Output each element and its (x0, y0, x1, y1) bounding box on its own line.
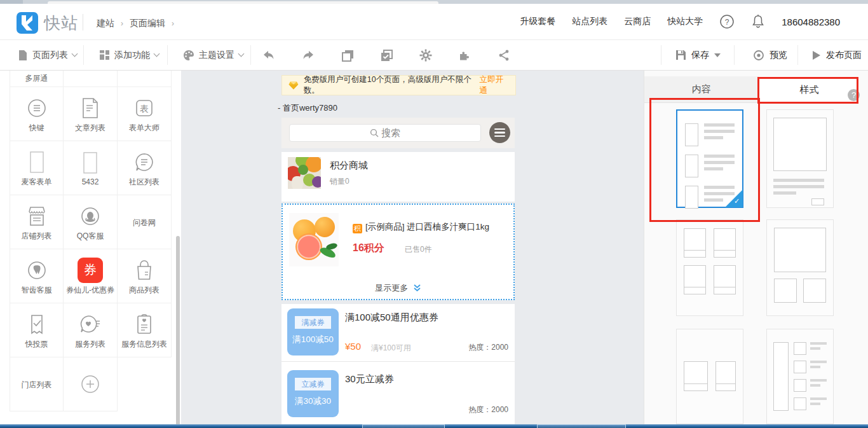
sidebar-item-service-info-list[interactable]: 服务信息列表 (118, 303, 172, 357)
undo-icon (262, 50, 275, 61)
coupon-condition: 满¥100可用 (371, 343, 411, 354)
current-page-label[interactable]: - 首页werty7890 (278, 102, 337, 114)
sidebar-item-form-master[interactable]: 表 表单大师 (118, 87, 172, 141)
publish-label: 发布页面 (826, 50, 862, 61)
sidebar-item-article-list[interactable]: 文章列表 (64, 87, 118, 141)
breadcrumb-sep-icon: › (121, 19, 123, 28)
kuaizhan-logo[interactable]: 快站 (16, 11, 78, 34)
nav-site-list[interactable]: 站点列表 (572, 16, 607, 27)
banner-text: 免费版用户可创建10个页面，高级版用户不限个数。 (304, 74, 475, 96)
preview-button[interactable]: 预览 (753, 40, 787, 70)
save-button[interactable]: 保存 (675, 40, 721, 70)
nav-cloud-store[interactable]: 云商店 (624, 16, 651, 27)
coupon-price: ¥50 (345, 341, 361, 352)
copy-button[interactable] (341, 48, 355, 62)
account-phone-number[interactable]: 18604882380 (782, 17, 840, 27)
form-box-icon: 表 (132, 95, 156, 121)
chevron-down-icon (238, 51, 245, 57)
help-icon[interactable]: ? (719, 14, 735, 29)
tab-style[interactable]: 样式 (759, 76, 860, 103)
style-template-tall-left-list[interactable] (766, 329, 834, 424)
coupon-title: 30元立减券 (345, 373, 394, 385)
save-floppy-icon (675, 50, 686, 60)
nav-academy[interactable]: 快站大学 (667, 16, 703, 27)
style-template-big-image[interactable] (766, 109, 834, 208)
puzzle-icon (458, 49, 471, 62)
paste-button[interactable] (379, 48, 393, 62)
theme-settings-dropdown[interactable]: 主题设置 (177, 50, 250, 61)
points-badge: 积 (353, 224, 362, 233)
sidebar-item-wenjuan[interactable]: 问卷网 (118, 195, 172, 249)
bubble-lines-icon (132, 149, 156, 176)
sidebar-item-community-list[interactable]: 社区列表 (118, 141, 172, 195)
logo-text: 快站 (44, 12, 78, 34)
clipboard-heart-icon (133, 311, 156, 338)
preview-store-widget[interactable]: 积分商城 销量0 (281, 152, 515, 202)
sidebar-item-shop-list[interactable]: 店铺列表 (10, 195, 64, 249)
storefront-icon (24, 203, 50, 230)
add-feature-label: 添加功能 (114, 50, 150, 61)
panel-help-icon[interactable]: ? (848, 89, 860, 101)
menu-button[interactable] (489, 122, 510, 143)
product-title: [示例商品] 进口西柚多汁爽口1kg (365, 222, 489, 231)
chevron-down-icon (154, 51, 160, 57)
sidebar-item-add-widget[interactable] (64, 357, 118, 411)
product-image (289, 213, 339, 266)
breadcrumb-page-edit[interactable]: 页面编辑 (130, 18, 165, 29)
style-template-two-cards[interactable] (676, 329, 743, 424)
page-list-dropdown[interactable]: 页面列表 (11, 50, 83, 61)
penguin-icon (78, 203, 102, 230)
coupon-title: 满100减50通用优惠券 (345, 312, 438, 324)
sidebar-item-mikecrm-form[interactable]: 麦客表单 (10, 141, 64, 195)
save-caret-icon (714, 53, 721, 57)
share-button[interactable] (497, 48, 511, 62)
style-template-list-selected[interactable]: ✓ (676, 109, 743, 208)
bubble-heart-icon (78, 311, 103, 338)
breadcrumb-build[interactable]: 建站 (97, 18, 114, 29)
search-input[interactable]: 搜索 (289, 124, 481, 142)
nav-upgrade-plan[interactable]: 升级套餐 (520, 16, 555, 27)
sidebar-item-store-list[interactable]: 门店列表 (10, 357, 64, 411)
plugin-button[interactable] (458, 48, 471, 62)
style-panel: 内容 样式 ? ✓ (644, 71, 868, 424)
sidebar-item-quick-key[interactable]: 快键 (10, 87, 64, 141)
sidebar-item-duopingtong[interactable]: 多屏通 (10, 71, 64, 87)
sidebar-item-product-list[interactable]: 商品列表 (118, 249, 172, 303)
sidebar-item-coupon-fairy[interactable]: 券 券仙儿-优惠券 (64, 249, 118, 303)
sidebar-item-5432[interactable]: 5432 (64, 141, 118, 195)
blank-rect-icon (26, 149, 48, 176)
sidebar-item-qq-service[interactable]: QQ客服 (64, 195, 118, 249)
chevron-down-icon (72, 51, 78, 57)
tab-content[interactable]: 内容 (644, 76, 759, 103)
add-feature-dropdown[interactable]: 添加功能 (93, 50, 165, 61)
redo-button[interactable] (301, 48, 315, 62)
banner-upgrade-link[interactable]: 立即开通 (480, 74, 510, 96)
sidebar-scrollbar[interactable] (176, 236, 180, 428)
save-label: 保存 (691, 50, 709, 61)
windows-taskbar-sliver (0, 424, 868, 428)
sidebar-item-label: 多屏通 (25, 73, 48, 84)
preview-coupons-widget[interactable]: 满减券 满100减50 满100减50通用优惠券 ¥50 满¥100可用 热度：… (281, 304, 515, 424)
settings-button[interactable] (419, 48, 433, 62)
store-image (288, 157, 321, 189)
preview-search-widget[interactable]: 搜索 (281, 118, 515, 148)
shopping-bag-icon (132, 257, 156, 284)
notification-bell-icon[interactable] (751, 14, 765, 29)
undo-button[interactable] (262, 48, 276, 62)
preview-product-widget-selected[interactable]: 积[示例商品] 进口西柚多汁爽口1kg 16积分 已售0件 显示更多 (281, 204, 515, 300)
app-header: 快站 建站 › 页面编辑 › 升级套餐 站点列表 云商店 快站大学 ? 1860… (0, 4, 868, 40)
sidebar-item-zhichi-service[interactable]: 智齿客服 (10, 249, 64, 303)
sidebar-item-quick-vote[interactable]: 快投票 (10, 303, 64, 357)
product-sold-count: 已售0件 (405, 244, 432, 255)
svg-text:?: ? (725, 18, 729, 27)
circle-lines-icon (25, 95, 49, 121)
coupon-tile: 立减券 满30减30 (287, 370, 339, 417)
sidebar-item-service-list[interactable]: 服务列表 (64, 303, 118, 357)
show-more-button[interactable]: 显示更多 (283, 282, 513, 294)
coupon-app-icon: 券 (78, 258, 103, 283)
style-template-grid-2x2[interactable] (676, 219, 743, 316)
page-list-label: 页面列表 (32, 50, 68, 61)
ticket-check-icon (25, 311, 48, 338)
publish-button[interactable]: 发布页面 (812, 40, 862, 70)
style-template-one-big-two-small[interactable] (766, 219, 834, 316)
